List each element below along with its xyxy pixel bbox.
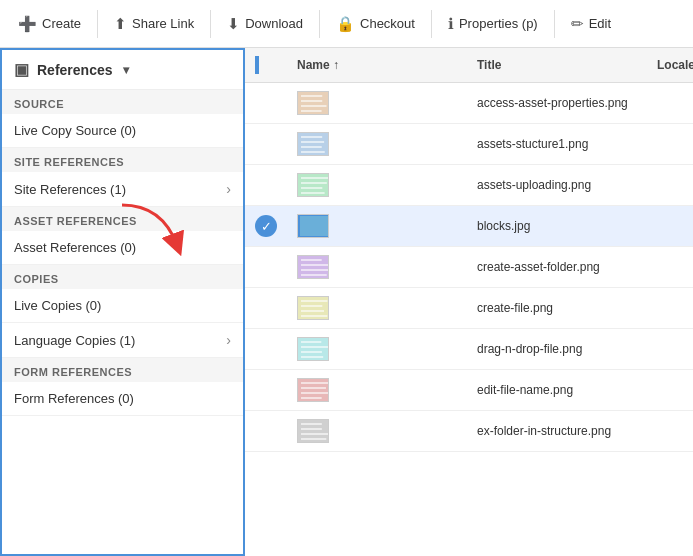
svg-rect-2 [301,100,322,102]
svg-rect-29 [301,346,328,348]
row-title [647,370,693,411]
svg-rect-8 [301,146,322,148]
svg-rect-35 [301,392,328,394]
create-label: Create [42,16,81,31]
section-site-references: SITE REFERENCES [2,148,243,172]
row-check-cell[interactable] [245,83,287,124]
svg-rect-6 [301,136,322,138]
svg-rect-28 [301,341,321,343]
row-thumbnail [287,206,467,247]
svg-rect-38 [301,423,322,425]
row-check-cell[interactable] [245,124,287,165]
table-row[interactable]: create-asset-folder.pngEnglish (en) [245,247,693,288]
row-filename: blocks.jpg [467,206,647,247]
row-check-cell[interactable] [245,370,287,411]
svg-rect-1 [301,95,322,97]
divider-2 [210,10,211,38]
col-header-locale[interactable]: Locale [647,48,693,83]
share-icon: ⬆ [114,15,127,33]
table-row[interactable]: assets-uploading.pngEnglish (en) [245,165,693,206]
share-link-button[interactable]: ⬆ Share Link [104,9,204,39]
edit-button[interactable]: ✏ Edit [561,9,621,39]
row-title [647,83,693,124]
sidebar: ▣ References ▾ SOURCE Live Copy Source (… [0,48,245,556]
row-filename: ex-folder-in-structure.png [467,411,647,452]
properties-button[interactable]: ℹ Properties (p) [438,9,548,39]
row-thumbnail [287,411,467,452]
sidebar-header[interactable]: ▣ References ▾ [2,50,243,90]
svg-rect-20 [301,269,328,271]
row-check-cell[interactable] [245,411,287,452]
table-row[interactable]: edit-file-name.pngEnglish (en) [245,370,693,411]
sidebar-item-label: Site References (1) [14,182,126,197]
toolbar: ➕ Create ⬆ Share Link ⬇ Download 🔒 Check… [0,0,693,48]
row-check-cell[interactable] [245,288,287,329]
svg-rect-14 [301,192,325,194]
section-form-references: FORM REFERENCES [2,358,243,382]
sidebar-item-language-copies[interactable]: Language Copies (1) › [2,323,243,358]
svg-rect-39 [301,428,322,430]
row-filename: assets-stucture1.png [467,124,647,165]
svg-rect-12 [301,182,327,184]
row-check-cell[interactable] [245,329,287,370]
divider-4 [431,10,432,38]
svg-rect-9 [301,151,325,153]
svg-rect-19 [301,264,328,266]
edit-icon: ✏ [571,15,584,33]
row-filename: create-file.png [467,288,647,329]
chevron-down-icon: ▾ [123,63,129,77]
thumbnail-image [297,91,329,115]
svg-rect-25 [301,310,324,312]
row-title [647,329,693,370]
download-icon: ⬇ [227,15,240,33]
row-filename: assets-uploading.png [467,165,647,206]
table-row[interactable]: ex-folder-in-structure.pngEnglish (en) [245,411,693,452]
table-row[interactable]: ✓blocks.jpgEnglish (en) [245,206,693,247]
row-filename: create-asset-folder.png [467,247,647,288]
create-button[interactable]: ➕ Create [8,9,91,39]
table-row[interactable]: access-asset-properties.pngEnglish (en) [245,83,693,124]
share-label: Share Link [132,16,194,31]
create-icon: ➕ [18,15,37,33]
row-check-cell[interactable] [245,247,287,288]
download-label: Download [245,16,303,31]
row-check-cell[interactable]: ✓ [245,206,287,247]
chevron-right-icon: › [226,181,231,197]
svg-rect-11 [301,177,328,179]
row-title [647,288,693,329]
main-layout: ▣ References ▾ SOURCE Live Copy Source (… [0,48,693,556]
svg-rect-16 [300,216,328,236]
row-title [647,165,693,206]
svg-rect-30 [301,351,322,353]
sidebar-item-form-references[interactable]: Form References (0) [2,382,243,416]
sidebar-item-label: Asset References (0) [14,240,136,255]
col-header-name[interactable]: Name ↑ [287,48,467,83]
thumbnail-image [297,255,329,279]
table-row[interactable]: drag-n-drop-file.pngEnglish (en) [245,329,693,370]
sidebar-item-label: Live Copy Source (0) [14,123,136,138]
check-selected-icon: ✓ [255,215,277,237]
svg-rect-26 [301,315,327,317]
download-button[interactable]: ⬇ Download [217,9,313,39]
thumbnail-image [297,419,329,443]
row-thumbnail [287,370,467,411]
svg-rect-4 [301,110,322,112]
checkout-icon: 🔒 [336,15,355,33]
section-asset-references: ASSET REFERENCES [2,207,243,231]
table-header-row: Name ↑ Title Locale Status [245,48,693,83]
sidebar-item-asset-references[interactable]: Asset References (0) [2,231,243,265]
col-header-title[interactable]: Title [467,48,647,83]
row-check-cell[interactable] [245,165,287,206]
sidebar-item-live-copy-source[interactable]: Live Copy Source (0) [2,114,243,148]
properties-icon: ℹ [448,15,454,33]
row-thumbnail [287,288,467,329]
row-thumbnail [287,165,467,206]
table-row[interactable]: assets-stucture1.pngEnglish (en) [245,124,693,165]
svg-rect-40 [301,433,328,435]
table-row[interactable]: create-file.pngEnglish (en) [245,288,693,329]
row-title [647,247,693,288]
sidebar-item-live-copies[interactable]: Live Copies (0) [2,289,243,323]
sidebar-item-site-references[interactable]: Site References (1) › [2,172,243,207]
checkout-button[interactable]: 🔒 Checkout [326,9,425,39]
col-header-check[interactable] [245,48,287,83]
